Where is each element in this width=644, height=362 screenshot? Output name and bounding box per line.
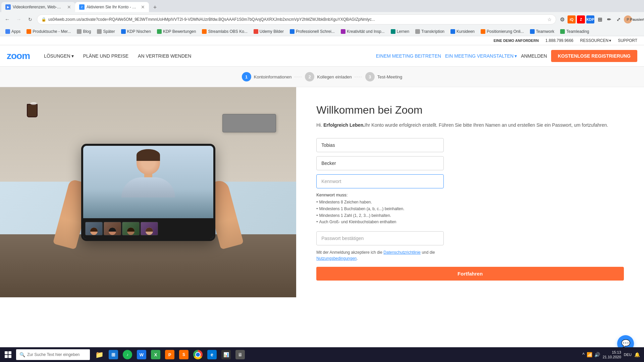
taskbar-search[interactable]: 🔍 Zur Suche Text hier eingeben [16,349,90,360]
continue-button[interactable]: Fortfahren [316,267,624,281]
taskbar-explorer-app[interactable]: ⊞ [107,348,120,361]
host-chevron-icon: ▾ [515,53,517,59]
bookmark-blog[interactable]: Blog [74,28,94,35]
clock-time: 15:13 [603,350,621,355]
taskbar-app-green[interactable]: ♪ [121,348,134,361]
solutions-link[interactable]: LÖSUNGEN ▾ [40,51,78,61]
tab-2[interactable]: Z Aktivieren Sie Ihr Konto - Zoom ✕ [75,2,149,12]
bookmark-positionierung[interactable]: Positionierung Onli... [478,28,527,35]
bookmark-kreativ[interactable]: Kreativität und Insp... [338,28,387,35]
ext-zoom[interactable]: Z [577,15,585,23]
bookmark-später[interactable]: Später [94,28,117,35]
volume-icon[interactable]: 🔊 [594,352,600,357]
ext-grid[interactable]: ⊞ [596,15,604,23]
tab-2-close[interactable]: ✕ [141,4,145,10]
step-2: 2 Kollegen einladen [305,72,352,81]
plans-link[interactable]: PLÄNE UND PREISE [79,51,132,61]
excel-icon: X [151,350,160,359]
bookmark-kreativ-icon [341,29,345,34]
lastname-input[interactable] [316,156,444,170]
password-rules-section: Kennwort muss: Mindestens 8 Zeichen habe… [316,192,624,226]
taskbar-app-9[interactable]: 📊 [219,348,233,361]
bookmark-kdp-nischen[interactable]: KDP Nischen [118,28,154,35]
phone-number: 1.888.799.9666 [545,38,573,43]
back-button[interactable]: ← [3,15,12,24]
taskbar-excel-app[interactable]: X [149,348,162,361]
video-main-area [83,146,213,219]
bookmark-kursideen-label: Kursideen [457,29,475,34]
mini-video-3 [122,222,140,235]
bookmark-udemy[interactable]: Udemy Bilder [251,28,286,35]
password-rule-2: Mindestens 1 Buchstaben (a, b, c...) bei… [316,206,624,212]
forward-button[interactable]: → [14,15,23,24]
taskbar-edge-app[interactable]: e [205,348,219,361]
notifications-icon[interactable]: 🔔 [634,352,640,357]
signin-link[interactable]: ANMELDEN [521,53,547,59]
firstname-input[interactable] [316,138,444,152]
system-tray-icons: ^ 📶 🔊 [582,352,600,357]
password-rule-3: Mindestens 1 Zahl (1, 2, 3...) beinhalte… [316,213,624,219]
privacy-link[interactable]: Datenschutzrichtlinie [383,250,421,255]
bookmark-apps[interactable]: Apps [3,28,23,35]
bookmark-profi[interactable]: Professionell Schrei... [287,28,337,35]
bookmark-teamleading-icon [560,29,565,34]
bookmark-kursideen[interactable]: Kursideen [448,28,477,35]
taskbar-chrome-app[interactable] [191,348,205,361]
password-rule-4: Auch Groß- und Kleinbuchstaben enthalten [316,219,624,225]
usage-link[interactable]: Nutzungsbedingungen [316,256,357,261]
bookmark-lernen[interactable]: Lernen [388,28,412,35]
ressourcen-dropdown[interactable]: RESSOURCEN ▾ [580,38,611,43]
taskbar-powerpoint-app[interactable]: P [163,348,176,361]
bookmark-streamlabs[interactable]: Streamlabs OBS Ko... [199,28,250,35]
tray-icon-1: ^ [582,352,585,357]
main-content: Willkommen bei Zoom Hi. Erfolgreich Lebe… [0,87,644,297]
bookmark-kdp-bew-label: KDP Bewertungen [163,29,196,34]
confirm-password-input[interactable] [316,231,444,245]
tab-1[interactable]: ▶ Videokonferenzen, Web-Konfe... ✕ [1,2,75,12]
bookmark-teamwork[interactable]: Teamwork [527,28,557,35]
bookmark-blog-icon [77,29,82,34]
new-tab-button[interactable]: + [150,3,160,12]
ext-edit[interactable]: ✏ [605,15,613,23]
ext-kdp[interactable]: KDP [586,15,594,23]
bookmark-teamleading[interactable]: Teamleading [557,28,592,35]
step-2-label: Kollegen einladen [317,74,352,79]
taskbar-word-app[interactable]: W [135,348,148,361]
password-input[interactable] [316,174,444,188]
person-hair [137,149,160,161]
bookmark-udemy-label: Udemy Bilder [260,29,284,34]
join-meeting-link[interactable]: EINEM MEETING BEITRETEN [376,53,441,59]
register-button[interactable]: KOSTENLOSE REGISTRIERUNG [551,50,637,62]
address-bar[interactable]: 🔒 us04web.zoom.us/activate?code=RQAWe5OM… [37,14,556,24]
bookmark-kdp-nischen-label: KDP Nischen [127,29,151,34]
bookmark-apps-label: Apps [11,29,20,34]
bookmark-streamlabs-icon [202,29,207,34]
illustration-container [0,87,296,297]
taskbar-search-icon: 🔍 [19,352,25,357]
zoom-logo[interactable]: zoom [7,51,30,61]
bookmark-kdp-bew[interactable]: KDP Bewertungen [154,28,199,35]
network-icon[interactable]: 📶 [587,352,592,357]
ressourcen-chevron-icon: ▾ [609,38,611,43]
taskbar-app-10[interactable]: 🖥 [233,348,247,361]
step-separator-1: ---- [294,74,302,79]
taskbar-files-app[interactable]: 📁 [93,348,106,361]
mini-video-2 [104,222,121,235]
bookmark-transkription[interactable]: Transkription [413,28,447,35]
bookmark-produktsuche[interactable]: Produktsuche - Mer... [24,28,73,35]
host-meeting-link[interactable]: EIN MEETING VERANSTALTEN ▾ [445,53,517,59]
tablet-wrapper [61,144,235,241]
tab-1-favicon: ▶ [5,4,11,10]
demo-link[interactable]: EINE DEMO ANFORDERN [493,39,539,43]
refresh-button[interactable]: ↻ [25,15,35,24]
bookmark-star-icon[interactable]: ☆ [547,17,552,22]
support-link[interactable]: SUPPORT [618,38,637,43]
sales-link[interactable]: AN VERTRIEB WENDEN [134,51,195,61]
tab-1-close[interactable]: ✕ [67,4,71,10]
bookmark-apps-icon [5,29,10,34]
start-button[interactable] [1,348,15,361]
ext-iq[interactable]: iQ [568,15,576,23]
ext-expand[interactable]: ⤢ [614,15,623,23]
ext-1[interactable]: ⚙ [558,15,566,23]
taskbar-app-7[interactable]: S [177,348,191,361]
